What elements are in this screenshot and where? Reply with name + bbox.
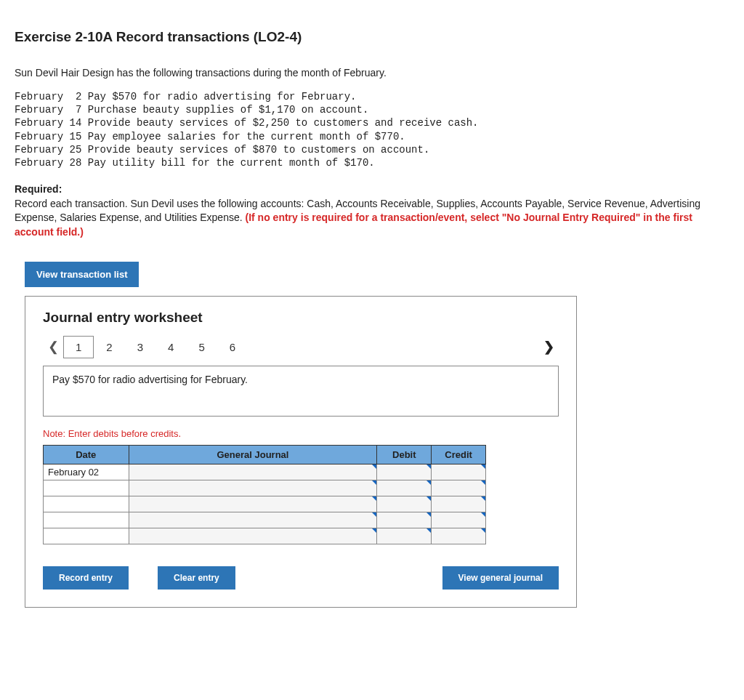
- dropdown-icon[interactable]: [372, 464, 376, 469]
- clear-entry-button[interactable]: Clear entry: [158, 566, 235, 590]
- col-debit-header: Debit: [377, 445, 432, 464]
- button-row: Record entry Clear entry View general jo…: [43, 566, 559, 590]
- dropdown-icon[interactable]: [372, 496, 376, 501]
- debit-cell[interactable]: [377, 480, 432, 496]
- journal-cell[interactable]: [129, 464, 377, 480]
- tab-3[interactable]: 3: [125, 336, 155, 358]
- journal-entry-table: Date General Journal Debit Credit Februa…: [43, 445, 486, 544]
- prev-chevron-icon[interactable]: ❮: [43, 339, 63, 355]
- dropdown-icon[interactable]: [481, 512, 485, 517]
- journal-cell[interactable]: [129, 480, 377, 496]
- intro-text: Sun Devil Hair Design has the following …: [15, 67, 729, 79]
- col-credit-header: Credit: [432, 445, 486, 464]
- dropdown-icon[interactable]: [372, 480, 376, 485]
- dropdown-icon[interactable]: [426, 464, 431, 469]
- transaction-description: Pay $570 for radio advertising for Febru…: [43, 366, 559, 417]
- credit-cell[interactable]: [432, 528, 486, 544]
- dropdown-icon[interactable]: [372, 512, 376, 517]
- date-cell[interactable]: February 02: [44, 464, 129, 480]
- note-text: Note: Enter debits before credits.: [43, 428, 559, 439]
- tab-row: ❮ 1 2 3 4 5 6 ❯: [43, 336, 559, 358]
- debit-cell[interactable]: [377, 496, 432, 512]
- journal-cell[interactable]: [129, 528, 377, 544]
- col-journal-header: General Journal: [129, 445, 377, 464]
- dropdown-icon[interactable]: [426, 528, 431, 533]
- tab-2[interactable]: 2: [94, 336, 124, 358]
- dropdown-icon[interactable]: [426, 512, 431, 517]
- table-row: February 02: [44, 464, 486, 480]
- date-cell[interactable]: [44, 512, 129, 528]
- table-row: [44, 480, 486, 496]
- table-header-row: Date General Journal Debit Credit: [44, 445, 486, 464]
- tab-6[interactable]: 6: [217, 336, 248, 358]
- col-date-header: Date: [44, 445, 129, 464]
- date-cell[interactable]: [44, 496, 129, 512]
- tabs-container: 1 2 3 4 5 6: [63, 336, 248, 358]
- dropdown-icon[interactable]: [481, 496, 485, 501]
- view-transaction-list-button[interactable]: View transaction list: [25, 262, 139, 287]
- table-row: [44, 512, 486, 528]
- next-chevron-icon[interactable]: ❯: [538, 339, 559, 355]
- tab-4[interactable]: 4: [155, 336, 186, 358]
- credit-cell[interactable]: [432, 480, 486, 496]
- transactions-list: February 2 Pay $570 for radio advertisin…: [15, 90, 729, 169]
- worksheet-title: Journal entry worksheet: [43, 310, 559, 326]
- table-row: [44, 528, 486, 544]
- journal-cell[interactable]: [129, 512, 377, 528]
- dropdown-icon[interactable]: [372, 528, 376, 533]
- tab-5[interactable]: 5: [186, 336, 217, 358]
- exercise-title: Exercise 2-10A Record transactions (LO2-…: [15, 29, 729, 45]
- tab-1[interactable]: 1: [63, 336, 94, 358]
- debit-cell[interactable]: [377, 528, 432, 544]
- dropdown-icon[interactable]: [426, 496, 431, 501]
- required-label: Required:: [15, 183, 62, 195]
- journal-cell[interactable]: [129, 496, 377, 512]
- dropdown-icon[interactable]: [426, 480, 431, 485]
- debit-cell[interactable]: [377, 512, 432, 528]
- credit-cell[interactable]: [432, 464, 486, 480]
- dropdown-icon[interactable]: [481, 464, 485, 469]
- dropdown-icon[interactable]: [481, 480, 485, 485]
- table-row: [44, 496, 486, 512]
- date-cell[interactable]: [44, 480, 129, 496]
- debit-cell[interactable]: [377, 464, 432, 480]
- required-block: Required: Record each transaction. Sun D…: [15, 182, 729, 239]
- date-cell[interactable]: [44, 528, 129, 544]
- view-general-journal-button[interactable]: View general journal: [442, 566, 559, 590]
- dropdown-icon[interactable]: [481, 528, 485, 533]
- credit-cell[interactable]: [432, 512, 486, 528]
- credit-cell[interactable]: [432, 496, 486, 512]
- record-entry-button[interactable]: Record entry: [43, 566, 129, 590]
- worksheet-panel: Journal entry worksheet ❮ 1 2 3 4 5 6 ❯ …: [25, 296, 577, 608]
